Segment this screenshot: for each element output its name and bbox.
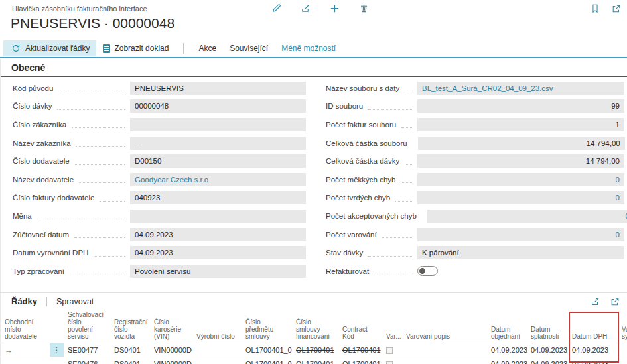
field-value-nazev-dodavatele[interactable]: Goodyear Czech s.r.o xyxy=(130,173,306,186)
refresh-lines-label: Aktualizovat řádky xyxy=(25,44,90,53)
page-title: PNEUSERVIS · 00000048 xyxy=(11,15,174,31)
col-var[interactable]: Var... xyxy=(382,310,402,343)
field-value-tvrde-chyby[interactable]: 0 xyxy=(417,191,624,204)
field-id-souboru: ID souboru 99 xyxy=(326,97,624,116)
general-section-title[interactable]: Obecné xyxy=(11,62,45,73)
cell-financing-contract[interactable]: OL1700401 xyxy=(292,357,338,364)
cell-warning-desc[interactable] xyxy=(402,343,487,357)
cell-order-date[interactable]: 04.09.2023 xyxy=(487,343,527,357)
field-value-castka-souboru[interactable]: 14 794,00 xyxy=(418,137,625,150)
edit-icon[interactable] xyxy=(271,3,282,14)
cell-due-date[interactable]: 04.09.2023 xyxy=(527,343,568,357)
col-registracni-cislo[interactable]: Registrační číslo vozidla xyxy=(110,310,150,343)
field-value-cislo-zakaznika[interactable] xyxy=(130,118,306,131)
field-value-typ-zpracovani[interactable]: Povolení servisu xyxy=(130,265,306,278)
share-icon[interactable] xyxy=(300,3,311,14)
field-value-zuctovaci-datum[interactable]: 04.09.2023 xyxy=(130,228,306,241)
field-label: ID souboru xyxy=(326,102,363,110)
field-label: Počet faktur souboru xyxy=(326,121,396,129)
row-menu[interactable] xyxy=(50,357,64,364)
field-label: Kód původu xyxy=(13,84,53,92)
refresh-lines-button[interactable]: Aktualizovat řádky xyxy=(3,40,96,56)
tab-radky[interactable]: Řádky xyxy=(11,296,37,306)
cell-vat-date[interactable]: 04.09.2023 xyxy=(568,357,618,364)
delete-icon[interactable] xyxy=(358,3,370,14)
cell-registration[interactable]: DS0401 xyxy=(110,343,150,357)
toggle-area xyxy=(417,266,624,276)
field-value-pocet-faktur[interactable]: 1 xyxy=(417,118,624,131)
col-vyrobni-cislo[interactable]: Výrobní číslo xyxy=(192,310,242,343)
refakturovat-toggle[interactable] xyxy=(417,266,438,276)
cell-serial[interactable] xyxy=(192,343,242,357)
field-value-mekke-chyby[interactable]: 0 xyxy=(417,173,624,186)
cell-vendor-site[interactable] xyxy=(1,357,50,364)
bookmark-icon[interactable] xyxy=(589,3,600,14)
field-value-cislo-dodavatele[interactable]: D00150 xyxy=(130,154,306,168)
add-icon[interactable] xyxy=(329,3,340,14)
cell-warning-desc[interactable] xyxy=(402,357,487,364)
field-label: Měna xyxy=(13,212,32,220)
col-schvalovaci-cislo[interactable]: Schvalovací číslo povolení servisu xyxy=(64,310,110,343)
cell-contract-item[interactable]: OL1700401_01 xyxy=(242,357,292,364)
cell-vin[interactable]: VIN00000D... xyxy=(150,357,192,364)
cell-vin[interactable]: VIN00000D... xyxy=(150,343,192,357)
col-varovani-popis[interactable]: Varování popis xyxy=(402,310,487,343)
toggle-knob xyxy=(419,268,425,274)
field-value-castka-davky[interactable]: 14 794,00 xyxy=(417,154,624,168)
field-typ-zpracovani: Typ zpracování Povolení servisu xyxy=(13,262,306,280)
cell-approval[interactable]: SE00477 xyxy=(64,343,110,357)
cell-registration[interactable]: DS0401 xyxy=(110,357,150,364)
col-datum-dph[interactable]: Datum DPH xyxy=(568,310,618,343)
dotted-leader xyxy=(405,164,412,165)
cell-contract-code[interactable]: OL1700401 xyxy=(338,343,382,357)
field-value-mena[interactable] xyxy=(130,210,306,223)
show-document-button[interactable]: Zobrazit doklad xyxy=(96,40,175,56)
warning-checkbox[interactable] xyxy=(386,347,393,354)
breadcrumb[interactable]: Hlavička zásobníku fakturačního interfac… xyxy=(12,5,147,13)
warning-checkbox[interactable] xyxy=(386,361,393,364)
row-menu-icon[interactable]: ⋮ xyxy=(50,343,64,357)
col-vin[interactable]: Číslo karosérie (VIN) xyxy=(150,310,192,343)
cell-serial[interactable] xyxy=(192,357,242,364)
field-value-cislo-davky[interactable]: 00000048 xyxy=(130,99,306,113)
share-icon[interactable] xyxy=(589,296,600,307)
col-datum-splatnosti[interactable]: Datum splatnosti xyxy=(527,310,568,343)
field-value-nazev-souboru[interactable]: BL_test_A_Surá_CR02_04_09_23.csv xyxy=(417,82,624,95)
table-row[interactable]: → ⋮ SE00477 DS0401 VIN00000D... OL170040… xyxy=(1,343,627,357)
field-value-stav-davky[interactable]: K párování xyxy=(417,246,624,259)
more-options-menu[interactable]: Méně možností xyxy=(275,40,342,56)
col-contract-kod[interactable]: Contract Kód xyxy=(338,310,382,343)
col-datum-objednani[interactable]: Datum objednání xyxy=(487,310,527,343)
table-row[interactable]: SE00476 DS0401 VIN00000D... OL1700401_01… xyxy=(1,357,627,364)
actions-menu[interactable]: Akce xyxy=(192,40,223,56)
col-cislo-smlouvy-financovani[interactable]: Číslo smlouvy financování xyxy=(292,310,338,343)
field-nazev-dodavatele: Název dodavatele Goodyear Czech s.r.o xyxy=(13,170,306,189)
col-cislo-predmetu[interactable]: Číslo předmětu smlouvy xyxy=(242,310,292,343)
field-value-id-souboru[interactable]: 99 xyxy=(417,99,624,113)
open-in-new-window-icon[interactable] xyxy=(610,3,622,14)
cell-due-date[interactable]: 04.09.2023 xyxy=(527,357,568,364)
dotted-leader xyxy=(405,91,412,91)
field-value-kod-puvodu[interactable]: PNEUSERVIS xyxy=(130,82,306,95)
field-value-datum-vyrovnani-dph[interactable]: 04.09.2023 xyxy=(130,246,306,259)
cell-approval[interactable]: SE00476 xyxy=(64,357,110,364)
cell-contract-item[interactable]: OL1700401_01 xyxy=(242,343,292,357)
cell-financing-contract[interactable]: OL1700401 xyxy=(292,343,338,357)
field-value-nazev-zakaznika[interactable]: _ xyxy=(130,137,306,150)
field-cislo-faktury-dodavatele: Číslo faktury dodavatele 040923 xyxy=(13,189,306,208)
field-value-cislo-faktury[interactable]: 040923 xyxy=(130,191,306,204)
field-label: Celková částka dávky xyxy=(326,157,399,165)
cell-var xyxy=(382,357,402,364)
related-menu[interactable]: Související xyxy=(223,40,275,56)
cell-vat-date[interactable]: 04.09.2023 xyxy=(568,343,618,357)
field-value-pocet-varovani[interactable]: 0 xyxy=(417,228,624,241)
field-label: Stav dávky xyxy=(326,249,363,257)
cell-order-date[interactable]: 04.09.2023 xyxy=(487,357,527,364)
cell-contract-code[interactable]: OL1700401 xyxy=(338,357,382,364)
field-celkova-castka-souboru: Celková částka souboru 14 794,00 xyxy=(326,134,624,152)
col-obchodni-misto[interactable]: Obchodní místo dodavatele xyxy=(1,310,50,343)
open-in-new-window-icon[interactable] xyxy=(609,296,620,307)
col-partial[interactable]: Va sy xyxy=(618,310,627,343)
field-value-akceptovane-chyby[interactable]: 0 xyxy=(427,210,627,223)
manage-menu[interactable]: Spravovat xyxy=(56,297,94,306)
